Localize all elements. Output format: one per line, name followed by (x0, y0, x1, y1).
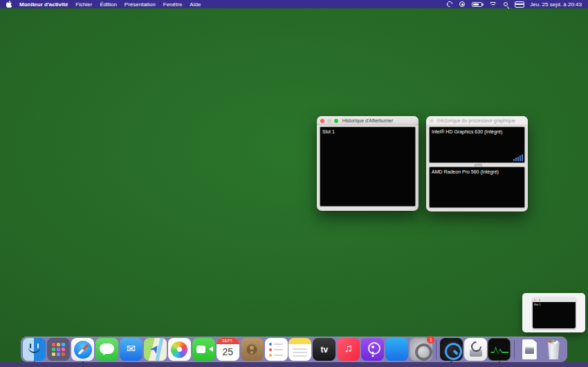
minimize-button[interactable] (327, 119, 331, 123)
amd-gpu-label: AMD Radeon Pro 560 (Intégré) (430, 167, 524, 176)
dock-item-document[interactable] (518, 338, 541, 361)
dock-shelf (0, 362, 588, 367)
gpu-window-body: Intel® HD Graphics 630 (Intégré) AMD Rad… (429, 126, 525, 208)
menu-bar-clock[interactable]: Jeu. 25 sept. à 20:43 (530, 1, 582, 8)
dock-item-facetime[interactable] (192, 338, 215, 361)
facetime-icon (192, 338, 215, 361)
minimize-icon (536, 299, 538, 301)
zoom-icon (539, 299, 540, 301)
wifi-icon[interactable] (489, 1, 497, 7)
app-menus: FichierÉditionPrésentationFenêtreAide (75, 1, 201, 8)
safari-icon (71, 338, 94, 361)
menu-presentation[interactable]: Présentation (125, 1, 156, 8)
quicktime-icon (440, 338, 463, 361)
window-controls (320, 119, 338, 123)
sync-progress-icon[interactable] (446, 0, 454, 8)
window-title: Historique d'Afterburner (342, 118, 394, 123)
mail-icon (120, 338, 143, 361)
search-icon[interactable] (504, 2, 508, 6)
reminders-icon (265, 338, 288, 361)
dock-item-settings[interactable]: 1 (410, 338, 432, 361)
dock-item-mail[interactable] (120, 338, 143, 361)
calendar-icon: SEPT.25 (217, 338, 239, 361)
gpu-usage-graph (513, 154, 523, 161)
dock-item-appletv[interactable]: tv (313, 338, 336, 361)
slot-label: Slot 1 (320, 127, 415, 136)
menu-fenetre[interactable]: Fenêtre (163, 1, 183, 8)
intel-gpu-graph-panel: Intel® HD Graphics 630 (Intégré) (429, 126, 525, 163)
minimize-button[interactable] (437, 119, 441, 123)
battery-icon[interactable] (472, 2, 482, 7)
window-controls (430, 119, 448, 123)
menu-aide[interactable]: Aide (190, 1, 201, 8)
dock-item-maps[interactable] (144, 338, 167, 361)
messages-icon (95, 338, 118, 361)
afterburner-graph-panel: Slot 1 (320, 126, 416, 207)
dock-item-finder[interactable] (23, 338, 46, 361)
running-indicator (82, 361, 84, 364)
thumbnail-content: Slot 1 (533, 302, 576, 328)
apple-logo-icon (6, 1, 12, 8)
afterburner-title-bar[interactable]: Historique d'Afterburner (317, 116, 419, 125)
amd-gpu-graph-panel: AMD Radeon Pro 560 (Intégré) (429, 167, 525, 208)
appletv-icon: tv (313, 338, 336, 361)
menu-fichier[interactable]: Fichier (75, 1, 92, 8)
gpu-title-bar[interactable]: Historique du processeur graphique (426, 116, 528, 125)
window-preview-card[interactable]: Slot 1 (522, 293, 585, 332)
gpu-history-window: Historique du processeur graphique Intel… (426, 116, 528, 211)
control-center-icon[interactable] (515, 1, 523, 8)
zoom-button[interactable] (443, 119, 448, 123)
window-title: Historique du processeur graphique (439, 118, 515, 123)
close-button[interactable] (320, 119, 324, 123)
close-button[interactable] (430, 119, 434, 123)
maps-icon (144, 338, 167, 361)
active-app-name[interactable]: Moniteur d'activité (19, 1, 68, 8)
dock-item-appstore[interactable] (385, 338, 408, 361)
launchpad-icon (47, 338, 70, 361)
desktop: Moniteur d'activité FichierÉditionPrésen… (0, 0, 588, 367)
dock-divider (436, 340, 437, 359)
running-indicator (450, 361, 452, 364)
afterburner-history-window: Historique d'Afterburner Slot 1 (317, 116, 419, 211)
intel-gpu-label: Intel® HD Graphics 630 (Intégré) (430, 127, 524, 136)
dock-item-trash[interactable] (542, 338, 565, 361)
dock-item-contacts[interactable] (240, 338, 263, 361)
diskutility-icon (464, 338, 487, 361)
calendar-month-label: SEPT. (217, 338, 239, 344)
apple-menu[interactable] (6, 1, 12, 8)
notification-badge: 1 (427, 336, 434, 344)
dock-item-messages[interactable] (95, 338, 118, 361)
dock-item-launchpad[interactable] (47, 338, 70, 361)
afterburner-window-thumbnail: Slot 1 (533, 297, 576, 328)
finder-icon (23, 338, 46, 361)
dock-item-quicktime[interactable] (439, 338, 462, 361)
menu-edition[interactable]: Édition (100, 1, 116, 8)
record-indicator-icon[interactable] (459, 1, 465, 7)
close-icon (534, 299, 535, 301)
appstore-icon (385, 338, 408, 361)
dock-item-safari[interactable] (71, 338, 94, 361)
dock-item-notes[interactable] (288, 338, 311, 361)
dock-item-music[interactable] (337, 338, 360, 361)
dock: SEPT.25tv1 (21, 337, 567, 362)
thumbnail-title-bar (533, 297, 576, 302)
dock-item-photos[interactable] (168, 338, 191, 361)
document-icon (518, 338, 541, 361)
music-icon (337, 338, 360, 361)
trash-icon (542, 338, 565, 361)
menu-bar: Moniteur d'activité FichierÉditionPrésen… (0, 0, 588, 8)
zoom-button[interactable] (334, 119, 338, 123)
menu-bar-status-area: Jeu. 25 sept. à 20:43 (447, 1, 582, 8)
notes-icon (288, 338, 311, 361)
activitymonitor-icon (488, 338, 511, 361)
podcasts-icon (361, 338, 384, 361)
dock-item-calendar[interactable]: SEPT.25 (216, 338, 239, 361)
photos-icon (168, 338, 191, 361)
dock-divider (514, 340, 515, 359)
thumbnail-window-controls (534, 299, 540, 301)
dock-item-diskutility[interactable] (463, 338, 486, 361)
dock-item-reminders[interactable] (264, 338, 287, 361)
calendar-day-label: 25 (217, 344, 239, 361)
dock-item-activitymonitor[interactable] (488, 338, 511, 361)
dock-item-podcasts[interactable] (361, 338, 384, 361)
